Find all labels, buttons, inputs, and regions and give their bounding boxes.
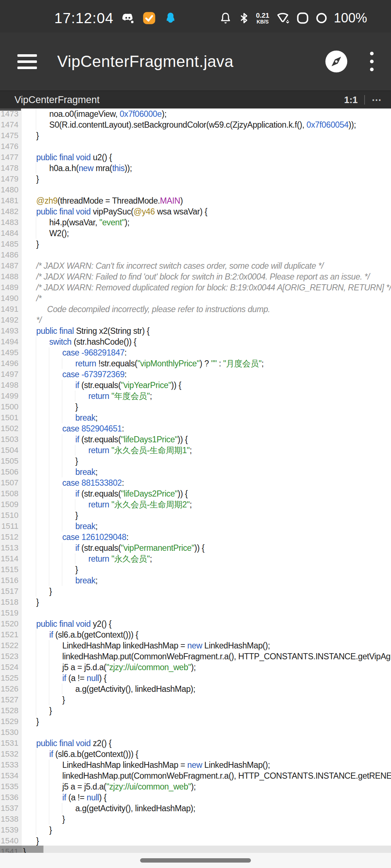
code-line[interactable]: 1508if (str.equals("lifeDays2Price")) { xyxy=(0,488,391,499)
code-text: } xyxy=(22,814,65,825)
code-line[interactable]: 1506break; xyxy=(0,467,391,477)
code-line[interactable]: 1512case 1261029048: xyxy=(0,532,391,542)
code-line[interactable]: 1524j5 a = j5.d.a("zjzy://ui/common_web"… xyxy=(0,662,391,673)
cursor-position[interactable]: 1:1 xyxy=(344,94,358,106)
code-line[interactable]: 1486 xyxy=(0,250,391,260)
code-line[interactable]: 1493public final String x2(String str) { xyxy=(0,326,391,336)
code-line[interactable]: 1476 xyxy=(0,141,391,152)
code-line[interactable]: 1516break; xyxy=(0,575,391,586)
code-line[interactable]: 1538} xyxy=(0,814,391,825)
code-text xyxy=(22,608,23,618)
code-line[interactable]: 1535j5 a = j5.d.a("zjzy://ui/common_web"… xyxy=(0,781,391,792)
line-number: 1526 xyxy=(0,684,22,694)
code-line[interactable]: 1534linkedHashMap.put(CommonWebFragment.… xyxy=(0,770,391,781)
divider xyxy=(364,95,365,105)
code-line[interactable]: 1480 xyxy=(0,184,391,195)
code-line[interactable]: 1499return "年度会员"; xyxy=(0,391,391,401)
code-line[interactable]: 1532if (sl6.a.b(getContext())) { xyxy=(0,749,391,760)
code-line[interactable]: 1494switch (str.hashCode()) { xyxy=(0,336,391,347)
horizontal-scrollbar[interactable] xyxy=(0,846,391,853)
code-line[interactable]: 1539} xyxy=(0,825,391,835)
code-line[interactable]: 1491 Code decompiled incorrectly, please… xyxy=(0,304,391,315)
code-text: public final void u2() { xyxy=(22,152,112,163)
line-number: 1512 xyxy=(0,532,22,542)
code-line[interactable]: 1492*/ xyxy=(0,315,391,326)
code-line[interactable]: 1484W2(); xyxy=(0,228,391,239)
code-line[interactable]: 1478h0a.a.h(new mra(this)); xyxy=(0,163,391,174)
line-number: 1534 xyxy=(0,770,22,781)
checked-task-notification-icon xyxy=(142,11,156,25)
code-line[interactable]: 1525if (a != null) { xyxy=(0,673,391,684)
code-line[interactable]: 1477public final void u2() { xyxy=(0,152,391,163)
code-editor[interactable]: 1473noa.o0(imageView, 0x7f06000e);1474S0… xyxy=(0,109,391,853)
code-line[interactable]: 1505} xyxy=(0,456,391,467)
code-text: /* xyxy=(22,293,42,304)
home-indicator[interactable] xyxy=(140,858,251,863)
code-line[interactable]: 1475} xyxy=(0,130,391,141)
code-line[interactable]: 1502case 852904651: xyxy=(0,423,391,434)
code-line[interactable]: 1537a.g(getActivity(), linkedHashMap); xyxy=(0,803,391,814)
code-line[interactable]: 1531public final void z2() { xyxy=(0,738,391,749)
code-line[interactable]: 1507case 881533802: xyxy=(0,477,391,488)
code-text: } xyxy=(22,510,78,521)
code-line[interactable]: 1498if (str.equals("vipYearPrice")) { xyxy=(0,380,391,391)
code-line[interactable]: 1497case -673972369: xyxy=(0,369,391,380)
code-line[interactable]: 1511break; xyxy=(0,521,391,532)
code-line[interactable]: 1485} xyxy=(0,239,391,250)
code-line[interactable]: 1526a.g(getActivity(), linkedHashMap); xyxy=(0,684,391,694)
line-number: 1507 xyxy=(0,477,22,488)
code-line[interactable]: 1529} xyxy=(0,716,391,727)
menu-icon[interactable] xyxy=(17,54,37,69)
code-line[interactable]: 1517} xyxy=(0,586,391,597)
code-line[interactable]: 1489/* JADX WARN: Removed duplicated reg… xyxy=(0,282,391,293)
code-text: } xyxy=(22,456,78,467)
code-line[interactable]: 1488/* JADX WARN: Failed to find 'out' b… xyxy=(0,271,391,282)
code-line[interactable]: 1510} xyxy=(0,510,391,521)
tab-vipcenterfragment[interactable]: VipCenterFragment xyxy=(14,94,100,106)
code-line[interactable]: 1495case -968291847: xyxy=(0,347,391,358)
code-line[interactable]: 1523linkedHashMap.put(CommonWebFragment.… xyxy=(0,651,391,662)
code-line[interactable]: 1533LinkedHashMap linkedHashMap = new Li… xyxy=(0,760,391,770)
horizontal-scrollbar-thumb[interactable] xyxy=(0,846,43,853)
code-line[interactable]: 1504return "永久会员-生命周期1"; xyxy=(0,445,391,456)
code-line[interactable]: 1500} xyxy=(0,401,391,412)
navigate-compass-icon[interactable] xyxy=(324,50,348,73)
code-line[interactable]: 1501break; xyxy=(0,412,391,423)
line-number: 1519 xyxy=(0,608,22,618)
code-line[interactable]: 1490/* xyxy=(0,293,391,304)
code-line[interactable]: 1522LinkedHashMap linkedHashMap = new Li… xyxy=(0,640,391,651)
code-line[interactable]: 1481@zh9(threadMode = ThreadMode.MAIN) xyxy=(0,195,391,206)
code-line[interactable]: 1509return "永久会员-生命周期2"; xyxy=(0,499,391,510)
code-line[interactable]: 1514return "永久会员"; xyxy=(0,553,391,564)
code-line[interactable]: 1487/* JADX WARN: Can't fix incorrect sw… xyxy=(0,260,391,271)
tab-more-menu[interactable]: … xyxy=(371,92,382,103)
code-text: case -968291847: xyxy=(22,347,127,358)
code-line[interactable]: 1483hi4.p(wsaVar, "event"); xyxy=(0,217,391,228)
overflow-menu-icon[interactable] xyxy=(369,50,375,73)
code-line[interactable]: 1479} xyxy=(0,174,391,184)
line-number: 1501 xyxy=(0,412,22,423)
code-line[interactable]: 1520public final void y2() { xyxy=(0,618,391,629)
line-number: 1492 xyxy=(0,315,22,326)
code-line[interactable]: 1518} xyxy=(0,597,391,608)
line-number: 1517 xyxy=(0,586,22,597)
code-line[interactable]: 1530 xyxy=(0,727,391,738)
code-text: Code decompiled incorrectly, please refe… xyxy=(22,304,270,315)
code-line[interactable]: 1521if (sl6.a.b(getContext())) { xyxy=(0,629,391,640)
line-number: 1504 xyxy=(0,445,22,456)
code-line[interactable]: 1496return !str.equals("vipMonthlyPrice"… xyxy=(0,358,391,369)
code-line[interactable]: 1536if (a != null) { xyxy=(0,792,391,803)
code-line[interactable]: 1540} xyxy=(0,835,391,846)
code-text: } xyxy=(22,597,39,608)
code-line[interactable]: 1528} xyxy=(0,705,391,716)
line-number: 1486 xyxy=(0,250,22,260)
code-line[interactable]: 1473noa.o0(imageView, 0x7f06000e); xyxy=(0,109,391,119)
code-text: linkedHashMap.put(CommonWebFragment.r.a(… xyxy=(22,770,391,781)
code-line[interactable]: 1482public final void vipPaySuc(@y46 wsa… xyxy=(0,206,391,217)
code-line[interactable]: 1513if (str.equals("vipPermanentPrice"))… xyxy=(0,542,391,553)
code-line[interactable]: 1519 xyxy=(0,608,391,618)
code-line[interactable]: 1503if (str.equals("lifeDays1Price")) { xyxy=(0,434,391,445)
code-line[interactable]: 1527} xyxy=(0,694,391,705)
code-line[interactable]: 1515} xyxy=(0,564,391,575)
code-line[interactable]: 1474S0(R.id.contentLayout).setBackground… xyxy=(0,119,391,130)
